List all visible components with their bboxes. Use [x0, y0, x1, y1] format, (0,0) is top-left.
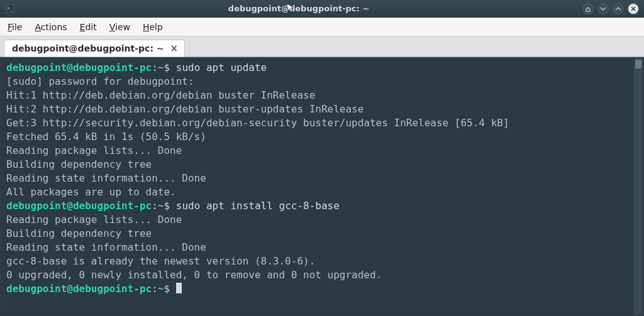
- terminal-window: >_ debugpoint@debugpoint-pc: ~ File Acti…: [0, 0, 644, 316]
- output-line: Reading package lists... Done: [6, 214, 182, 226]
- output-line: Fetched 65.4 kB in 1s (50.5 kB/s): [6, 131, 206, 143]
- output-line: Reading state information... Done: [6, 241, 206, 253]
- prompt-dollar: $: [164, 283, 170, 295]
- output-line: gcc-8-base is already the newest version…: [6, 255, 315, 267]
- output-line: Hit:2 http://deb.debian.org/debian buste…: [6, 103, 364, 115]
- minimize-button[interactable]: [597, 3, 609, 14]
- output-line: 0 upgraded, 0 newly installed, 0 to remo…: [6, 269, 382, 281]
- terminal-area: debugpoint@debugpoint-pc:~$ sudo apt upd…: [0, 57, 644, 316]
- menu-actions[interactable]: Actions: [35, 22, 67, 32]
- output-line: Get:3 http://security.debian.org/debian-…: [6, 117, 509, 129]
- menu-view[interactable]: View: [109, 22, 130, 32]
- output-line: Reading package lists... Done: [6, 144, 182, 156]
- tab-label: debugpoint@debugpoint-pc: ~: [12, 43, 164, 53]
- prompt-colon: :: [152, 62, 158, 74]
- titlebar[interactable]: >_ debugpoint@debugpoint-pc: ~: [0, 0, 644, 18]
- text-cursor: [176, 283, 182, 293]
- prompt-dollar: $: [164, 62, 170, 74]
- close-button[interactable]: [628, 3, 639, 14]
- scrollbar-thumb[interactable]: [635, 60, 641, 68]
- tab-close-icon[interactable]: ×: [170, 44, 179, 53]
- output-line: [sudo] password for debugpoint:: [6, 75, 194, 87]
- window-title: debugpoint@debugpoint-pc: ~: [15, 4, 582, 13]
- output-line: Building dependency tree: [6, 227, 152, 239]
- prompt-colon: :: [152, 200, 158, 212]
- output-line: Hit:1 http://deb.debian.org/debian buste…: [6, 89, 315, 101]
- prompt-userhost: debugpoint@debugpoint-pc: [6, 283, 152, 295]
- menu-help[interactable]: Help: [143, 22, 163, 32]
- menubar: File Actions Edit View Help: [0, 18, 644, 36]
- window-controls: [582, 3, 639, 14]
- command-1: sudo apt update: [176, 62, 267, 74]
- terminal-icon: >_: [5, 4, 15, 14]
- terminal-output[interactable]: debugpoint@debugpoint-pc:~$ sudo apt upd…: [1, 58, 634, 315]
- command-2: sudo apt install gcc-8-base: [176, 200, 340, 212]
- menu-file[interactable]: File: [8, 22, 22, 32]
- output-line: Building dependency tree: [6, 158, 152, 170]
- prompt-userhost: debugpoint@debugpoint-pc: [6, 62, 152, 74]
- output-line: Reading state information... Done: [6, 172, 206, 184]
- shade-button[interactable]: [582, 3, 594, 14]
- prompt-userhost: debugpoint@debugpoint-pc: [6, 200, 152, 212]
- prompt-dollar: $: [164, 200, 170, 212]
- menu-edit[interactable]: Edit: [80, 22, 97, 32]
- maximize-button[interactable]: [613, 3, 624, 14]
- scrollbar[interactable]: [634, 58, 643, 315]
- tab-active[interactable]: debugpoint@debugpoint-pc: ~ ×: [4, 40, 185, 57]
- output-line: All packages are up to date.: [6, 186, 176, 198]
- svg-text:>_: >_: [7, 6, 13, 11]
- tabbar: debugpoint@debugpoint-pc: ~ ×: [0, 36, 644, 57]
- prompt-colon: :: [152, 283, 158, 295]
